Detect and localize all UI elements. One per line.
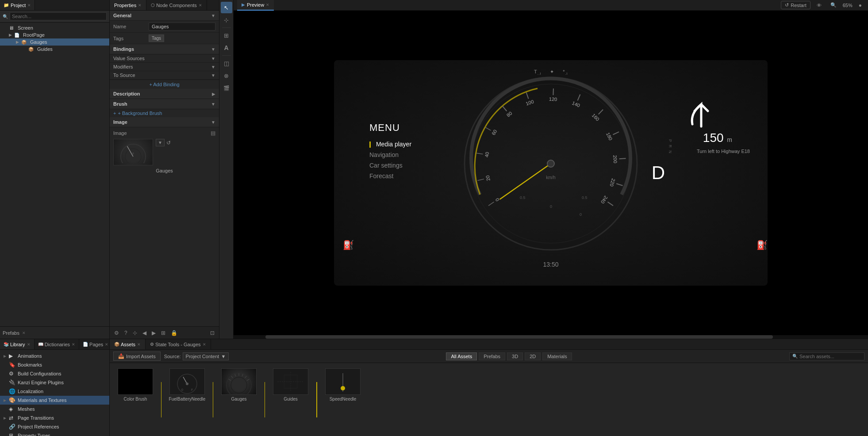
restart-button[interactable]: ↺ Restart (781, 1, 810, 9)
all-assets-filter[interactable]: All Assets (446, 352, 477, 360)
props-next-button[interactable]: ▶ (150, 329, 157, 337)
image-refresh-button[interactable]: ↺ (166, 140, 171, 146)
asset-color-brush[interactable]: Color Brush (113, 367, 157, 403)
image-thumbnail[interactable]: 0 (113, 139, 153, 165)
zoom-in-button[interactable]: 🔍 (828, 1, 839, 9)
props-prev-button[interactable]: ◀ (141, 329, 148, 337)
svg-text:60: 60 (491, 129, 498, 136)
library-tab[interactable]: 📚 Library ✕ (0, 339, 35, 349)
description-section-header[interactable]: Description ▶ (110, 89, 219, 99)
prefabs-tab-label[interactable]: Prefabs (3, 330, 19, 336)
preview-tab-close[interactable]: ✕ (266, 3, 269, 7)
tags-button[interactable]: Tags (149, 34, 164, 42)
select-tool-button[interactable]: ⊹ (221, 14, 232, 26)
dictionaries-tab-close[interactable]: ✕ (72, 342, 75, 347)
general-section-header[interactable]: General ▼ (110, 11, 219, 21)
menu-item-navigation[interactable]: Navigation (369, 149, 411, 160)
props-connect-button[interactable]: ⊹ (131, 329, 139, 337)
prefabs-tab-close[interactable]: ✕ (22, 331, 26, 335)
props-grid-button[interactable]: ⊞ (159, 329, 167, 337)
project-search-input[interactable] (10, 12, 107, 20)
share-tool-button[interactable]: ⊗ (221, 70, 232, 81)
svg-text:140: 140 (571, 100, 581, 108)
brush-section-header[interactable]: Brush ▼ (110, 99, 219, 109)
preview-scrollbar-thumb[interactable] (265, 335, 773, 339)
add-binding-button[interactable]: + Add Binding (110, 80, 219, 89)
background-brush-button[interactable]: + + Background Brush (110, 109, 219, 117)
node-components-tab-close[interactable]: ✕ (199, 3, 202, 8)
menu-item-forecast[interactable]: Forecast (369, 171, 411, 181)
lib-item-meshes[interactable]: ◈ Meshes (0, 405, 109, 413)
asset-guides[interactable]: Guides (269, 367, 313, 403)
state-tools-tab[interactable]: ⚙ State Tools - Gauges ✕ (146, 339, 211, 349)
preview-horizontal-scrollbar[interactable] (234, 335, 868, 339)
rootpage-icon: 📄 (14, 33, 21, 38)
assets-search-input[interactable] (799, 354, 861, 359)
pointer-tool-button[interactable]: ↖ (221, 2, 232, 13)
lib-item-property-types[interactable]: ⊞ Property Types (0, 431, 109, 436)
node-components-tab[interactable]: ⬡ Node Components ✕ (146, 0, 207, 10)
props-settings-button[interactable]: ⚙ (112, 329, 121, 337)
value-sources-row[interactable]: Value Sources ▼ (110, 54, 219, 63)
bindings-section-header[interactable]: Bindings ▼ (110, 44, 219, 54)
source-dropdown[interactable]: Project Content ▼ (183, 352, 229, 360)
props-expand-button[interactable]: ⊡ (208, 329, 216, 337)
props-help-button[interactable]: ? (123, 329, 129, 337)
lib-item-kanzi-plugins[interactable]: 🔌 Kanzi Engine Plugins (0, 378, 109, 387)
import-assets-button[interactable]: 📥 Import Assets (113, 352, 161, 361)
lib-item-build-configs[interactable]: ⚙ Build Configurations (0, 369, 109, 378)
2d-filter[interactable]: 2D (525, 352, 541, 360)
tree-item-screen[interactable]: 🖥 Screen (0, 24, 109, 31)
3d-filter[interactable]: 3D (507, 352, 523, 360)
modifiers-row[interactable]: Modifiers ▼ (110, 63, 219, 71)
svg-line-30 (608, 202, 613, 206)
project-tab[interactable]: 📁 Project ✕ (0, 0, 35, 10)
menu-item-media[interactable]: Media player (369, 139, 411, 149)
lib-item-project-references[interactable]: 🔗 Project References (0, 422, 109, 431)
image-browse-button[interactable]: ▤ (211, 130, 215, 136)
pages-tab-close[interactable]: ✕ (105, 342, 108, 347)
dictionaries-tab[interactable]: 📖 Dictionaries ✕ (35, 339, 79, 349)
name-input[interactable] (149, 23, 215, 31)
svg-line-28 (616, 184, 622, 185)
materials-filter[interactable]: Materials (542, 352, 572, 360)
camera-tool-button[interactable]: 🎬 (221, 82, 232, 94)
tree-item-gauges[interactable]: ▶ 📦 Gauges (0, 38, 109, 46)
tree-item-guides[interactable]: 📦 Guides (0, 46, 109, 53)
asset-speed-needle[interactable]: SpeedNeedle (321, 367, 365, 403)
eye-button[interactable]: 👁 (814, 2, 824, 9)
asset-gauges[interactable]: Gauges (217, 367, 261, 403)
lib-item-animations[interactable]: ▶ ▶ Animations (0, 352, 109, 360)
guides-thumbnail (273, 368, 308, 395)
text-tool-button[interactable]: A (221, 42, 232, 54)
pages-tab[interactable]: 📄 Pages ✕ (79, 339, 112, 349)
image-section-header[interactable]: Image ▼ (110, 117, 219, 127)
lib-item-bookmarks[interactable]: 🔖 Bookmarks (0, 360, 109, 369)
tree-item-rootpage[interactable]: ▶ 📄 RootPage (0, 31, 109, 38)
preview-tab[interactable]: ▶ Preview ✕ (237, 0, 274, 11)
menu-item-car-settings[interactable]: Car settings (369, 160, 411, 171)
preview-area[interactable]: T..l ✦ *.l MENU Media player (234, 11, 868, 335)
props-lock-button[interactable]: 🔒 (169, 329, 179, 337)
properties-tab-close[interactable]: ✕ (138, 3, 142, 8)
asset-fuel-battery[interactable]: 0 F FuelBatteryNeedle (165, 367, 209, 403)
properties-tab[interactable]: Properties ✕ (110, 0, 146, 10)
lib-item-page-transitions[interactable]: ▶ ⇄ Page Transitions (0, 413, 109, 422)
assets-tab[interactable]: 📦 Assets ✕ (110, 339, 146, 349)
layers-tool-button[interactable]: ◫ (221, 57, 232, 69)
assets-tab-close[interactable]: ✕ (137, 342, 141, 347)
project-tab-close[interactable]: ✕ (27, 3, 31, 8)
svg-line-46 (229, 379, 231, 380)
tool-divider-1 (222, 27, 231, 28)
state-tools-tab-close[interactable]: ✕ (203, 342, 206, 347)
image-select-dropdown[interactable]: ▼ (156, 139, 165, 146)
lib-item-materials[interactable]: ▶ 🎨 Materials and Textures (0, 396, 109, 405)
to-source-row[interactable]: To Source ▼ (110, 71, 219, 80)
grid-tool-button[interactable]: ⊞ (221, 30, 232, 41)
library-tab-close[interactable]: ✕ (27, 342, 31, 347)
prefabs-filter[interactable]: Prefabs (479, 352, 505, 360)
nav-distance: 150 m (703, 131, 732, 145)
settings-button[interactable]: ● (856, 1, 864, 9)
lib-item-localization[interactable]: 🌐 Localization (0, 387, 109, 396)
svg-line-3 (127, 146, 134, 157)
